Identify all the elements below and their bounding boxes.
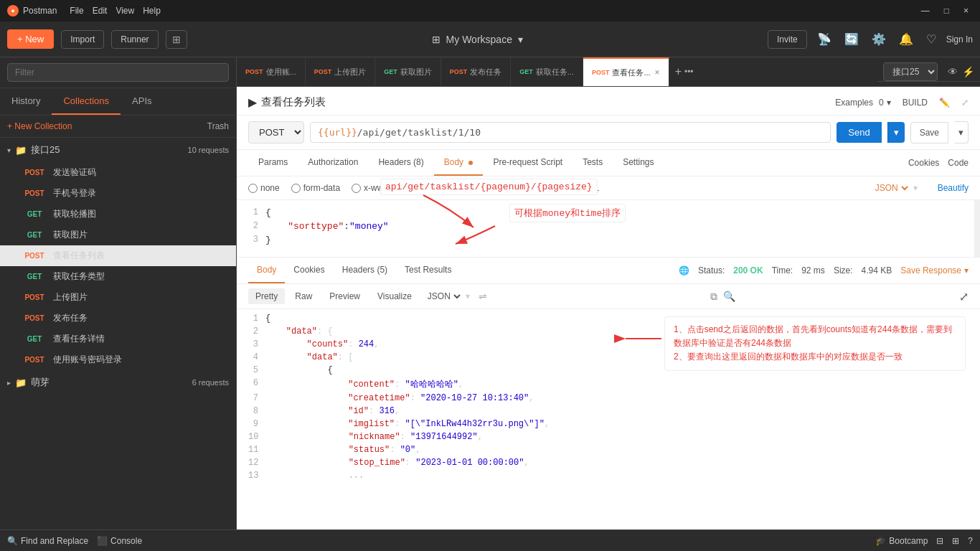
bootcamp-button[interactable]: 🎓 Bootcamp <box>875 536 928 546</box>
panel-toggle[interactable]: ⊞ <box>952 536 959 546</box>
url-input-display[interactable]: {{url}}/api/get/tasklist/1/10 <box>310 122 831 143</box>
runner-button[interactable]: Runner <box>111 30 158 49</box>
list-item[interactable]: GET 查看任务详情 <box>0 329 236 349</box>
edit-icon[interactable]: ✏️ <box>939 98 950 108</box>
option-form-data[interactable]: form-data <box>291 183 340 193</box>
option-none[interactable]: none <box>248 183 280 193</box>
view-raw[interactable]: Raw <box>288 288 319 304</box>
search-input[interactable] <box>7 63 229 82</box>
view-toggle[interactable]: ⊞ <box>166 30 187 49</box>
sync-icon[interactable]: 🔄 <box>842 29 862 49</box>
tab-params[interactable]: Params <box>248 150 298 176</box>
list-item[interactable]: GET 获取轮播图 <box>0 204 236 225</box>
copy-response-icon[interactable]: ⧉ <box>710 291 717 303</box>
editor-scrollbar[interactable] <box>974 200 980 257</box>
send-button[interactable]: Send <box>837 122 881 143</box>
code-link[interactable]: Code <box>948 158 969 168</box>
tab-history[interactable]: History <box>0 88 52 115</box>
menu-file[interactable]: File <box>70 6 83 16</box>
close-button[interactable]: × <box>959 4 973 17</box>
minimize-button[interactable]: — <box>917 4 934 17</box>
import-button[interactable]: Import <box>61 30 104 49</box>
method-select[interactable]: POST <box>248 121 304 143</box>
tab-post-1[interactable]: POST 使用账... <box>237 57 306 86</box>
save-dropdown[interactable]: ▾ <box>954 121 969 143</box>
list-item[interactable]: POST 手机号登录 <box>0 183 236 204</box>
method-badge-post: POST <box>22 354 47 365</box>
list-item[interactable]: POST 上传图片 <box>0 287 236 308</box>
send-dropdown[interactable]: ▾ <box>887 122 905 143</box>
collection-header-1[interactable]: ▾ 📁 接口25 10 requests <box>0 138 236 162</box>
sign-in-button[interactable]: Sign In <box>946 34 973 44</box>
beautify-button[interactable]: Beautify <box>938 183 969 193</box>
new-button[interactable]: + New <box>7 29 54 49</box>
search-response-icon[interactable]: 🔍 <box>723 291 735 302</box>
tab-collections[interactable]: Collections <box>52 88 121 115</box>
more-tabs-icon[interactable]: ••• <box>684 67 694 77</box>
view-visualize[interactable]: Visualize <box>370 288 419 304</box>
list-item[interactable]: POST 发送验证码 <box>0 162 236 183</box>
menu-view[interactable]: View <box>116 6 134 16</box>
close-tab-icon[interactable]: × <box>655 67 660 77</box>
collection-header-2[interactable]: ▸ 📁 萌芽 6 requests <box>0 370 236 395</box>
tab-body[interactable]: Body <box>434 150 484 176</box>
wrap-icon[interactable]: ⇌ <box>479 291 487 302</box>
request-body-editor[interactable]: 1 { 2 "sorttype":"money" 3 } <box>237 200 980 258</box>
layout-toggle[interactable]: ⊟ <box>936 536 943 546</box>
response-json-select[interactable]: JSON <box>425 291 463 302</box>
list-item[interactable]: GET 获取任务类型 <box>0 266 236 287</box>
tab-apis[interactable]: APIs <box>121 88 163 115</box>
workspace-selector[interactable]: ⊞ My Workspace ▾ <box>194 34 760 45</box>
option-graphql[interactable]: GraphQL <box>551 183 598 193</box>
save-response-button[interactable]: Save Response ▾ <box>900 265 969 276</box>
settings-icon[interactable]: ⚙️ <box>869 29 889 49</box>
tab-get-2[interactable]: GET 获取任务... <box>511 57 583 86</box>
cookies-link[interactable]: Cookies <box>908 158 939 168</box>
add-tab-icon[interactable]: + <box>675 65 682 78</box>
tab-authorization[interactable]: Authorization <box>298 150 368 176</box>
trash-button[interactable]: Trash <box>207 121 229 131</box>
resp-tab-tests[interactable]: Test Results <box>396 258 460 283</box>
list-item[interactable]: POST 发布任务 <box>0 308 236 329</box>
list-item[interactable]: GET 获取图片 <box>0 225 236 245</box>
view-preview[interactable]: Preview <box>322 288 367 304</box>
json-format-select[interactable]: JSON <box>872 182 910 194</box>
bell-icon[interactable]: 🔔 <box>896 29 916 49</box>
save-button[interactable]: Save <box>910 122 948 143</box>
option-binary[interactable]: binary <box>504 183 540 193</box>
menu-edit[interactable]: Edit <box>93 6 108 16</box>
tab-get-1[interactable]: GET 获取图片 <box>375 57 441 86</box>
view-pretty[interactable]: Pretty <box>248 288 285 304</box>
antenna-icon[interactable]: 📡 <box>814 29 834 49</box>
tab-post-3[interactable]: POST 发布任务 <box>441 57 512 86</box>
find-replace-button[interactable]: 🔍 Find and Replace <box>7 536 88 546</box>
preview-icon[interactable]: 👁 <box>948 66 958 77</box>
help-button[interactable]: ? <box>968 536 973 546</box>
list-item-active[interactable]: POST 查看任务列表 <box>0 245 236 266</box>
menu-help[interactable]: Help <box>143 6 161 16</box>
maximize-button[interactable]: □ <box>940 4 953 17</box>
json-format-selector[interactable]: JSON ▾ <box>872 182 918 194</box>
list-item[interactable]: POST 使用账号密码登录 <box>0 349 236 370</box>
examples-button[interactable]: Examples 0 ▾ <box>835 98 890 108</box>
heart-icon[interactable]: ♡ <box>923 29 939 49</box>
console-button[interactable]: ⬛ Console <box>97 536 142 546</box>
panel-selector[interactable]: 接口25 <box>883 62 938 81</box>
tab-post-active[interactable]: POST 查看任务... × <box>583 57 669 86</box>
new-collection-button[interactable]: + New Collection <box>7 121 72 131</box>
expand-response-icon[interactable]: ⤢ <box>959 290 969 303</box>
response-json-selector[interactable]: JSON ▾ <box>425 291 470 302</box>
tab-headers[interactable]: Headers (8) <box>368 150 433 176</box>
option-urlencoded[interactable]: x-www-form-urlencoded <box>352 183 455 193</box>
tab-tests[interactable]: Tests <box>573 150 613 176</box>
invite-button[interactable]: Invite <box>768 30 807 49</box>
resp-tab-body[interactable]: Body <box>248 258 285 283</box>
resp-tab-headers[interactable]: Headers (5) <box>334 258 396 283</box>
expand-icon[interactable]: ⤢ <box>961 98 969 108</box>
option-raw[interactable]: raw <box>466 183 492 193</box>
resp-tab-cookies[interactable]: Cookies <box>285 258 333 283</box>
filter-icon[interactable]: ⚡ <box>962 66 974 77</box>
tab-pre-request[interactable]: Pre-request Script <box>483 150 573 176</box>
tab-post-2[interactable]: POST 上传图片 <box>306 57 376 86</box>
tab-settings[interactable]: Settings <box>613 150 664 176</box>
